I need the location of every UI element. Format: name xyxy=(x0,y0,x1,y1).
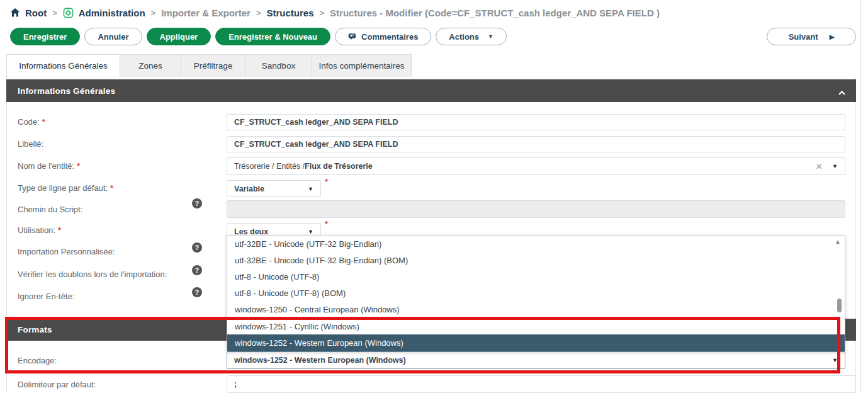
required-asterisk: * xyxy=(110,183,113,193)
save-and-new-button[interactable]: Enregistrer & Nouveau xyxy=(215,28,330,45)
chevron-down-icon: ▼ xyxy=(308,229,313,235)
help-icon[interactable]: ? xyxy=(192,242,202,253)
home-icon[interactable] xyxy=(10,8,20,18)
chevron-down-icon: ▼ xyxy=(832,357,838,363)
dropdown-option[interactable]: utf-32BE - Unicode (UTF-32 Big-Endian) (… xyxy=(227,252,845,268)
line-type-value: Variable xyxy=(234,185,264,193)
comment-icon xyxy=(348,33,357,41)
breadcrumb-separator: > xyxy=(52,8,58,18)
tab-zones[interactable]: Zones xyxy=(120,54,181,77)
tab-informations-generales[interactable]: Informations Générales xyxy=(6,54,120,77)
required-asterisk: * xyxy=(325,219,328,229)
required-asterisk: * xyxy=(42,117,45,127)
apply-button-label: Appliquer xyxy=(160,32,198,42)
option-label: windows-1252 - Western European (Windows… xyxy=(235,338,403,348)
ignore-header-label: Ignorer En-tête: xyxy=(18,292,74,301)
tab-label: Préfiltrage xyxy=(194,61,233,71)
option-label: windows-1250 - Central European (Windows… xyxy=(235,305,400,314)
option-label: utf-32BE - Unicode (UTF-32 Big-Endian) xyxy=(235,239,381,249)
save-and-new-button-label: Enregistrer & Nouveau xyxy=(228,32,317,42)
chevron-down-icon: ▼ xyxy=(308,186,313,192)
save-button-label: Enregistrer xyxy=(23,32,67,42)
help-icon[interactable]: ? xyxy=(192,265,202,275)
dropdown-option[interactable]: windows-1251 - Cyrillic (Windows) xyxy=(227,318,845,334)
option-label: windows-1251 - Cyrillic (Windows) xyxy=(235,322,359,331)
libelle-input[interactable]: CF_STRUCT_cash ledger_AND SEPA FIELD xyxy=(227,136,845,152)
cancel-button-label: Annuler xyxy=(98,32,128,42)
encoding-select[interactable]: windows-1252 - Western European (Windows… xyxy=(227,351,845,369)
comments-button[interactable]: Commentaires xyxy=(335,28,431,45)
option-label: utf-8 - Unicode (UTF-8) xyxy=(235,272,319,282)
dropdown-option[interactable]: utf-8 - Unicode (UTF-8) (BOM) xyxy=(227,285,845,302)
actions-button[interactable]: Actions ▼ xyxy=(436,28,507,45)
next-button[interactable]: Suivant ▶ xyxy=(767,28,856,45)
code-value: CF_STRUCT_cash ledger_AND SEPA FIELD xyxy=(234,118,398,127)
required-asterisk: * xyxy=(325,177,328,186)
help-icon[interactable]: ? xyxy=(192,287,202,297)
administration-icon xyxy=(63,8,74,18)
tab-label: Infos complémentaires xyxy=(319,61,405,71)
libelle-label: Libellé: xyxy=(18,139,43,149)
entity-value-prefix: Trésorerie / Entités / xyxy=(234,162,305,171)
scrollbar-thumb[interactable] xyxy=(837,299,842,312)
script-path-label: Chemin du Script: xyxy=(18,205,82,214)
scroll-up-icon[interactable]: ▲ xyxy=(835,238,841,245)
check-duplicates-label: Vérifier les doublons lors de l'importat… xyxy=(18,270,167,279)
next-button-label: Suivant xyxy=(789,32,818,42)
delimiter-input[interactable]: ; xyxy=(227,375,856,393)
tab-prefiltrage[interactable]: Préfiltrage xyxy=(181,54,245,77)
page-right-border xyxy=(860,0,861,393)
section-title: Formats xyxy=(18,325,52,334)
breadcrumb-root[interactable]: Root xyxy=(25,8,47,18)
toolbar: Enregistrer Annuler Appliquer Enregistre… xyxy=(10,28,507,45)
help-glyph: ? xyxy=(195,288,199,296)
custom-import-label: Importation Personnalisée: xyxy=(18,247,115,256)
save-button[interactable]: Enregistrer xyxy=(10,28,80,45)
tab-label: Sandbox xyxy=(262,61,295,71)
option-label: utf-8 - Unicode (UTF-8) (BOM) xyxy=(235,288,346,298)
entity-label: Nom de l'entité:* xyxy=(18,161,80,171)
dropdown-option[interactable]: utf-32BE - Unicode (UTF-32 Big-Endian) xyxy=(227,236,845,252)
encoding-value: windows-1252 - Western European (Windows… xyxy=(234,356,406,365)
chevron-down-icon: ▼ xyxy=(488,33,493,40)
page: Root > Administration > Importer & Expor… xyxy=(0,0,868,393)
comments-button-label: Commentaires xyxy=(361,32,418,42)
dropdown-option[interactable]: utf-8 - Unicode (UTF-8) xyxy=(227,268,845,285)
breadcrumb-separator: > xyxy=(256,8,262,18)
encoding-label: Encodage: xyxy=(18,356,57,365)
dropdown-option[interactable]: windows-1250 - Central European (Windows… xyxy=(227,302,845,318)
dropdown-option-highlighted[interactable]: windows-1252 - Western European (Windows… xyxy=(227,334,845,351)
entity-value-bold: Flux de Trésorerie xyxy=(305,162,373,171)
scroll-down-icon[interactable]: ▼ xyxy=(833,338,839,345)
tab-bar: Informations Générales Zones Préfiltrage… xyxy=(6,54,412,77)
tab-label: Informations Générales xyxy=(19,61,107,71)
code-input[interactable]: CF_STRUCT_cash ledger_AND SEPA FIELD xyxy=(227,114,845,130)
line-type-label: Type de ligne par défaut:* xyxy=(18,183,113,193)
required-asterisk: * xyxy=(77,161,80,171)
tab-sandbox[interactable]: Sandbox xyxy=(245,54,312,77)
chevron-down-icon[interactable]: ▼ xyxy=(832,163,838,169)
delimiter-label: Délimiteur par défaut: xyxy=(18,380,96,389)
tab-infos-complementaires[interactable]: Infos complémentaires xyxy=(312,54,412,77)
section-title: Informations Générales xyxy=(18,86,115,96)
entity-select[interactable]: Trésorerie / Entités / Flux de Trésoreri… xyxy=(227,157,845,175)
breadcrumb-separator: > xyxy=(319,8,325,18)
chevron-up-icon[interactable] xyxy=(838,88,846,98)
option-label: utf-32BE - Unicode (UTF-32 Big-Endian) (… xyxy=(235,256,408,265)
help-glyph: ? xyxy=(195,200,199,207)
breadcrumb-importer-exporter[interactable]: Importer & Exporter xyxy=(161,8,251,18)
cancel-button[interactable]: Annuler xyxy=(84,28,142,45)
apply-button[interactable]: Appliquer xyxy=(147,28,211,45)
help-icon[interactable]: ? xyxy=(192,198,202,208)
actions-button-label: Actions xyxy=(449,32,479,42)
breadcrumb-structures[interactable]: Structures xyxy=(266,8,313,18)
script-path-input xyxy=(227,200,845,218)
line-type-select[interactable]: Variable ▼ xyxy=(227,180,321,197)
breadcrumb-separator: > xyxy=(150,8,157,18)
breadcrumb-administration[interactable]: Administration xyxy=(79,8,145,18)
encoding-dropdown-list: utf-32BE - Unicode (UTF-32 Big-Endian) u… xyxy=(227,235,845,351)
section-header-informations-generales[interactable]: Informations Générales xyxy=(6,79,856,102)
delimiter-value: ; xyxy=(234,380,237,389)
usage-label: Utilisation:* xyxy=(18,225,61,235)
clear-icon[interactable]: × xyxy=(816,161,822,172)
